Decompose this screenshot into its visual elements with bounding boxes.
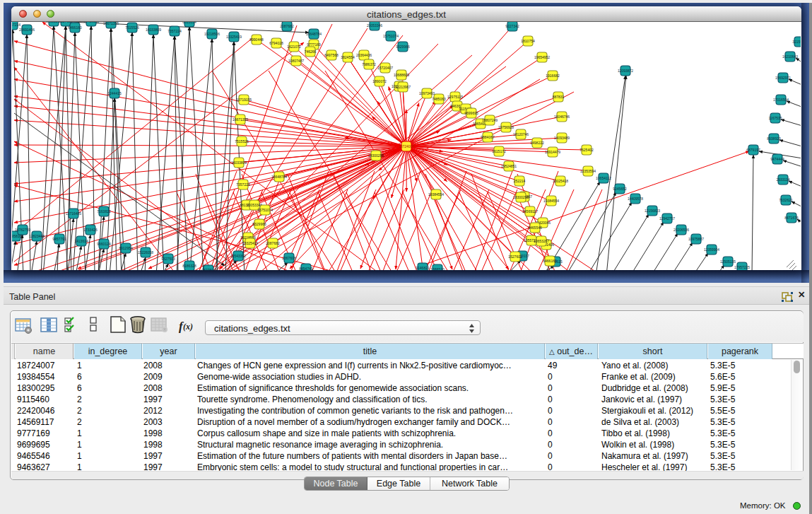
svg-text:9329966: 9329966 — [396, 45, 410, 49]
svg-text:1810754: 1810754 — [521, 39, 535, 43]
svg-text:6497568: 6497568 — [324, 53, 339, 57]
svg-text:18300295: 18300295 — [368, 153, 384, 158]
svg-text:9329966: 9329966 — [252, 222, 266, 226]
svg-text:7986372: 7986372 — [362, 62, 376, 66]
svg-text:746266: 746266 — [305, 49, 317, 54]
svg-text:12505135: 12505135 — [720, 259, 736, 264]
svg-text:10543362: 10543362 — [230, 254, 246, 258]
svg-text:12353594: 12353594 — [580, 169, 596, 173]
svg-text:7485063: 7485063 — [432, 97, 446, 101]
svg-text:887831: 887831 — [553, 95, 565, 99]
svg-text:6879197: 6879197 — [746, 148, 760, 152]
svg-text:7163822: 7163822 — [97, 209, 111, 214]
svg-text:8990448: 8990448 — [249, 37, 264, 42]
svg-text:3215958: 3215958 — [792, 40, 801, 44]
svg-text:9699695: 9699695 — [464, 111, 478, 115]
svg-text:17016504: 17016504 — [773, 98, 789, 102]
svg-text:7625402: 7625402 — [579, 148, 594, 152]
svg-text:6794028: 6794028 — [269, 41, 283, 45]
svg-text:20691406: 20691406 — [19, 28, 35, 32]
svg-text:10653267: 10653267 — [534, 239, 549, 243]
svg-text:1527602: 1527602 — [508, 255, 522, 259]
svg-text:16671355: 16671355 — [233, 117, 248, 122]
svg-text:1916682: 1916682 — [546, 74, 560, 78]
svg-text:19384554: 19384554 — [543, 199, 559, 203]
svg-text:1413614: 1413614 — [74, 239, 88, 243]
svg-text:7357224: 7357224 — [167, 29, 182, 33]
svg-text:12156823: 12156823 — [645, 209, 660, 213]
svg-text:14569117: 14569117 — [522, 209, 538, 214]
svg-text:19654952: 19654952 — [534, 55, 550, 59]
svg-text:10975887: 10975887 — [688, 237, 704, 241]
svg-text:2933114: 2933114 — [776, 177, 789, 182]
svg-text:8813054: 8813054 — [182, 22, 196, 24]
svg-text:6466160: 6466160 — [543, 259, 557, 263]
svg-text:10557214: 10557214 — [12, 23, 20, 27]
svg-text:(x): (x) — [183, 322, 193, 332]
svg-text:16033809: 16033809 — [231, 160, 247, 165]
svg-text:1733426: 1733426 — [83, 228, 98, 232]
svg-text:9327503: 9327503 — [161, 257, 175, 261]
svg-text:12359904: 12359904 — [704, 247, 719, 252]
svg-text:10025418: 10025418 — [553, 179, 568, 183]
svg-text:6466160: 6466160 — [68, 25, 82, 30]
svg-text:9245652: 9245652 — [613, 187, 627, 191]
svg-text:14093489: 14093489 — [554, 136, 570, 140]
svg-text:15692971: 15692971 — [775, 76, 791, 80]
svg-text:18300295: 18300295 — [513, 195, 529, 199]
svg-text:16782759: 16782759 — [15, 228, 30, 232]
svg-text:9884067: 9884067 — [481, 135, 495, 139]
svg-text:12093872: 12093872 — [618, 69, 633, 73]
svg-text:2087682: 2087682 — [280, 24, 294, 28]
svg-text:19384554: 19384554 — [428, 192, 444, 197]
svg-text:7357224: 7357224 — [236, 182, 250, 187]
svg-text:12975115: 12975115 — [447, 95, 463, 99]
svg-text:19218506: 19218506 — [204, 32, 220, 36]
svg-text:9660124: 9660124 — [97, 242, 111, 246]
svg-text:16210643: 16210643 — [782, 54, 798, 59]
svg-text:20206536: 20206536 — [673, 228, 689, 232]
svg-text:2367608: 2367608 — [282, 256, 296, 260]
svg-text:14409578: 14409578 — [628, 197, 643, 201]
svg-text:10719155: 10719155 — [236, 98, 252, 102]
svg-text:1498222: 1498222 — [530, 141, 544, 145]
svg-text:8186328: 8186328 — [182, 264, 196, 268]
svg-text:18807249: 18807249 — [482, 118, 498, 122]
svg-text:9777169: 9777169 — [307, 42, 321, 47]
svg-text:3824554: 3824554 — [341, 55, 355, 59]
svg-text:18724007: 18724007 — [399, 144, 414, 148]
svg-text:9465546: 9465546 — [528, 226, 542, 230]
svg-text:9227342: 9227342 — [505, 24, 519, 28]
svg-text:16671355: 16671355 — [103, 22, 119, 25]
svg-text:15751074: 15751074 — [257, 208, 273, 212]
svg-text:16033809: 16033809 — [146, 28, 161, 32]
svg-text:2087682: 2087682 — [266, 241, 280, 245]
svg-text:15226058: 15226058 — [138, 250, 153, 255]
svg-text:10688609: 10688609 — [394, 73, 409, 77]
svg-text:16914479: 16914479 — [545, 150, 560, 154]
svg-text:8938923: 8938923 — [767, 136, 781, 141]
svg-text:1615172: 1615172 — [492, 149, 506, 153]
svg-text:13325419: 13325419 — [242, 241, 258, 245]
svg-text:15720407: 15720407 — [377, 66, 393, 70]
svg-text:10973493: 10973493 — [419, 91, 435, 95]
svg-text:15751074: 15751074 — [383, 34, 399, 38]
svg-text:9457791: 9457791 — [52, 237, 66, 241]
svg-text:16046746: 16046746 — [554, 115, 570, 119]
svg-text:1244415: 1244415 — [107, 91, 122, 95]
svg-text:16648784: 16648784 — [306, 32, 322, 36]
svg-text:7515526: 7515526 — [125, 25, 139, 30]
svg-text:252214: 252214 — [514, 179, 526, 183]
svg-text:12213967: 12213967 — [395, 85, 411, 89]
svg-text:20053346: 20053346 — [367, 23, 382, 28]
svg-text:12823448: 12823448 — [29, 234, 45, 238]
svg-text:9146821: 9146821 — [416, 266, 430, 270]
svg-text:13716485: 13716485 — [66, 211, 81, 216]
svg-text:9474444: 9474444 — [770, 157, 784, 161]
svg-text:1621072: 1621072 — [287, 45, 301, 49]
svg-text:1890072: 1890072 — [372, 79, 387, 83]
svg-text:12942757: 12942757 — [659, 216, 675, 221]
svg-text:10719155: 10719155 — [83, 22, 99, 23]
svg-text:17957225: 17957225 — [734, 265, 750, 269]
svg-text:18120746: 18120746 — [513, 132, 529, 136]
